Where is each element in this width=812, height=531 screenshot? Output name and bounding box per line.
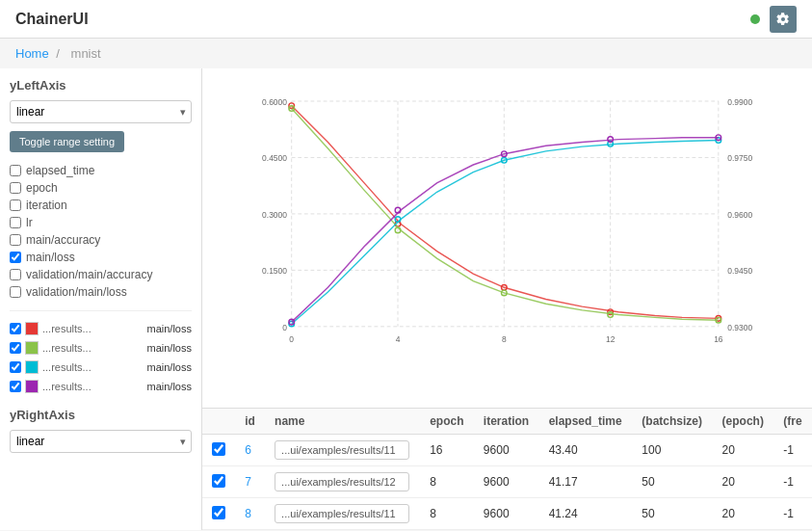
th-iteration: iteration — [474, 409, 539, 435]
svg-text:12: 12 — [606, 334, 616, 344]
checkbox-cb_lr[interactable] — [10, 217, 21, 228]
main-chart: 0.6000 0.4500 0.3000 0.1500 0 0.9900 0.9… — [255, 78, 764, 379]
row-elapsed: 43.40 — [539, 435, 633, 466]
header: ChainerUI — [0, 0, 812, 39]
row-ep: 20 — [713, 435, 774, 466]
series-check-0[interactable] — [10, 323, 21, 334]
row-epoch: 8 — [420, 498, 474, 530]
series-item-3: ...results... main/loss — [10, 377, 192, 396]
row-check-cell — [202, 498, 235, 530]
row-elapsed: 41.24 — [539, 498, 633, 530]
series-check-3[interactable] — [10, 381, 21, 392]
table-header-row: id name epoch iteration elapsed_time (ba… — [202, 409, 812, 435]
series-metric-3: main/loss — [147, 381, 192, 392]
row-name-input-1[interactable] — [275, 472, 409, 491]
breadcrumb-current: mnist — [71, 46, 101, 61]
table-row: 6 16 9600 43.40 100 20 -1 — [202, 435, 812, 466]
row-id: 6 — [235, 435, 265, 466]
checkbox-item-cb_val_loss: validation/main/loss — [10, 283, 192, 301]
row-epoch: 8 — [420, 466, 474, 498]
checkbox-label-cb_val_acc: validation/main/accuracy — [26, 268, 152, 281]
checkbox-cb_val_acc[interactable] — [10, 269, 21, 280]
breadcrumb-home[interactable]: Home — [15, 46, 49, 61]
svg-text:0.9450: 0.9450 — [727, 266, 752, 276]
th-epoch2: (epoch) — [713, 409, 774, 435]
checkbox-label-cb_main_loss: main/loss — [26, 251, 75, 264]
chart-area: 0.6000 0.4500 0.3000 0.1500 0 0.9900 0.9… — [202, 68, 812, 530]
series-color-3 — [25, 380, 39, 393]
row-checkbox-2[interactable] — [212, 506, 225, 519]
breadcrumb: Home / mnist — [0, 39, 812, 68]
series-metric-0: main/loss — [147, 323, 192, 334]
row-name — [265, 435, 420, 466]
checkbox-cb_val_loss[interactable] — [10, 286, 21, 298]
settings-button[interactable] — [770, 6, 797, 33]
row-fre: -1 — [773, 435, 812, 466]
row-id-link[interactable]: 6 — [245, 443, 251, 457]
series-metric-1: main/loss — [147, 342, 192, 354]
row-name — [265, 498, 420, 530]
breadcrumb-separator: / — [56, 46, 60, 61]
y-right-axis-title: yRightAxis — [10, 408, 192, 422]
checkbox-cb_main_loss[interactable] — [10, 252, 21, 263]
row-checkbox-1[interactable] — [212, 474, 225, 488]
y-right-axis-section: yRightAxis linear log — [10, 408, 192, 453]
table-row: 7 8 9600 41.17 50 20 -1 — [202, 466, 812, 498]
series-name-1: ...results... — [42, 342, 144, 354]
series-item-1: ...results... main/loss — [10, 338, 192, 358]
th-id: id — [235, 409, 265, 435]
y-left-scale-select[interactable]: linear log — [10, 100, 192, 123]
row-name-input-0[interactable] — [275, 440, 409, 460]
row-id-link[interactable]: 7 — [245, 475, 251, 489]
svg-text:0.9600: 0.9600 — [727, 210, 752, 220]
checkbox-cb_elapsed[interactable] — [10, 165, 21, 176]
svg-text:0.6000: 0.6000 — [262, 97, 287, 107]
series-check-2[interactable] — [10, 361, 21, 373]
checkbox-cb_main_acc[interactable] — [10, 234, 21, 246]
svg-text:0: 0 — [282, 323, 287, 332]
checkbox-cb_epoch[interactable] — [10, 182, 21, 194]
y-left-axis-title: yLeftAxis — [10, 78, 192, 93]
series-name-2: ...results... — [42, 361, 144, 373]
gear-icon — [776, 13, 790, 26]
th-fre: (fre — [773, 409, 812, 435]
series-check-1[interactable] — [10, 342, 21, 354]
row-ep: 20 — [713, 466, 774, 498]
header-right — [750, 6, 797, 33]
checkbox-cb_iteration[interactable] — [10, 199, 21, 211]
series-name-3: ...results... — [42, 381, 144, 392]
row-check-cell — [202, 435, 235, 466]
row-ep: 20 — [713, 498, 774, 530]
checkbox-label-cb_elapsed: elapsed_time — [26, 164, 94, 177]
checkbox-label-cb_iteration: iteration — [26, 199, 67, 212]
series-item-0: ...results... main/loss — [10, 319, 192, 338]
series-name-0: ...results... — [42, 323, 144, 334]
checkbox-item-cb_lr: lr — [10, 214, 192, 231]
y-right-scale-select[interactable]: linear log — [10, 430, 192, 453]
status-indicator — [750, 14, 760, 24]
th-epoch: epoch — [420, 409, 474, 435]
checkbox-item-cb_val_acc: validation/main/accuracy — [10, 266, 192, 283]
checkbox-item-cb_iteration: iteration — [10, 197, 192, 214]
row-fre: -1 — [773, 498, 812, 530]
series-color-1 — [25, 341, 39, 355]
svg-text:0.9900: 0.9900 — [727, 97, 752, 107]
series-color-0 — [25, 322, 39, 335]
sidebar: yLeftAxis linear log Toggle range settin… — [0, 68, 202, 530]
y-left-scale-wrapper: linear log — [10, 100, 192, 123]
table-row: 8 8 9600 41.24 50 20 -1 — [202, 498, 812, 530]
row-name-input-2[interactable] — [275, 504, 409, 523]
svg-text:0.3000: 0.3000 — [262, 210, 287, 220]
svg-text:0.1500: 0.1500 — [262, 266, 287, 276]
svg-text:16: 16 — [714, 334, 723, 344]
svg-text:0: 0 — [289, 334, 294, 344]
svg-text:4: 4 — [396, 334, 401, 344]
toggle-range-button[interactable]: Toggle range setting — [10, 131, 124, 152]
row-checkbox-0[interactable] — [212, 442, 225, 456]
series-list: ...results... main/loss ...results... ma… — [10, 310, 192, 396]
checkbox-item-cb_main_acc: main/accuracy — [10, 231, 192, 249]
series-metric-2: main/loss — [147, 361, 192, 373]
row-iteration: 9600 — [474, 466, 539, 498]
row-epoch: 16 — [420, 435, 474, 466]
row-id-link[interactable]: 8 — [245, 507, 251, 520]
